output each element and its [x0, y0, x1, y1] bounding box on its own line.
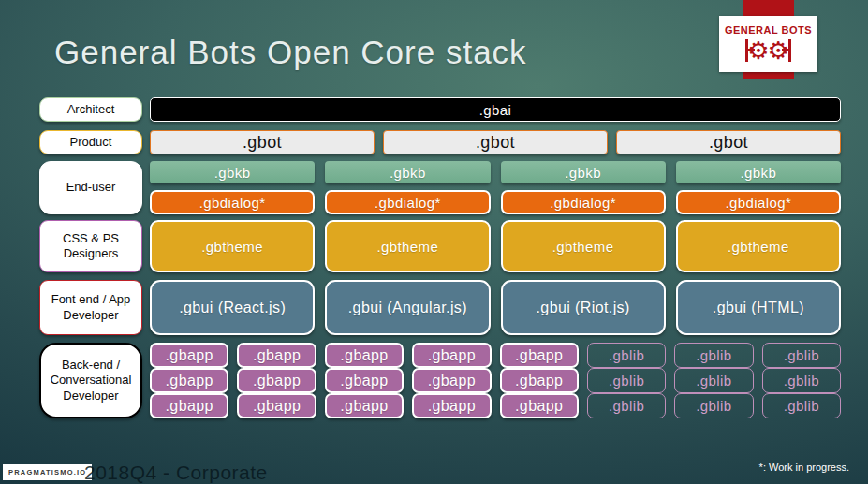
- slide-general-bots-stack: General Bots Open Core stack GENERAL BOT…: [0, 0, 868, 484]
- general-bots-logo: GENERAL BOTS ⚙ ⚙: [719, 16, 817, 72]
- gears-icon: ⚙ ⚙: [745, 37, 791, 65]
- label-product: Product: [39, 130, 142, 154]
- gbui-box: .gbui (Riot.js): [501, 280, 666, 335]
- logo-brand-text: GENERAL BOTS: [725, 24, 812, 36]
- gbkb-box: .gbkb: [676, 161, 841, 183]
- row-frontend: Font end / App Developer .gbui (React.js…: [39, 280, 841, 335]
- gbapp-box: .gbapp: [500, 393, 579, 418]
- gbdialog-box: .gbdialog*: [501, 190, 666, 214]
- gbdialog-box: .gbdialog*: [676, 190, 841, 214]
- gbapp-box: .gbapp: [325, 368, 404, 393]
- gbot-box: .gbot: [150, 130, 375, 154]
- row-architect: Architect .gbai: [39, 97, 841, 122]
- gbapp-box: .gbapp: [237, 393, 316, 418]
- gbot-box: .gbot: [383, 130, 608, 154]
- gbapp-box: .gbapp: [325, 393, 404, 418]
- gbkb-box: .gbkb: [150, 161, 315, 183]
- pragmatismo-badge: PRAGMATISMO.IO: [3, 464, 92, 480]
- gbapp-box: .gbapp: [500, 368, 579, 393]
- row-designers: CSS & PS Designers .gbtheme .gbtheme .gb…: [39, 220, 841, 272]
- label-frontend: Font end / App Developer: [39, 280, 142, 335]
- gbai-box: .gbai: [150, 97, 841, 122]
- gbui-box: .gbui (Angular.js): [325, 280, 490, 335]
- gbtheme-box: .gbtheme: [501, 220, 666, 272]
- label-architect: Architect: [39, 97, 142, 122]
- gblib-box: .gblib: [674, 393, 753, 418]
- gbapp-box: .gbapp: [237, 368, 316, 393]
- footer-version-text: 2018Q4 - Corporate: [84, 462, 268, 484]
- bracket-right-icon: [788, 39, 791, 62]
- gblib-box: .gblib: [762, 393, 841, 418]
- gbtheme-box: .gbtheme: [325, 220, 490, 272]
- gbapp-box: .gbapp: [150, 343, 228, 368]
- gbtheme-box: .gbtheme: [150, 220, 315, 272]
- bracket-left-icon: [745, 39, 748, 62]
- gbapp-box: .gbapp: [412, 393, 491, 418]
- gbui-box: .gbui (HTML): [676, 280, 841, 335]
- gbui-box: .gbui (React.js): [150, 280, 315, 335]
- row-end-user: End-user .gbkb .gbkb .gbkb .gbkb .gbdial…: [39, 161, 841, 214]
- page-title: General Bots Open Core stack: [54, 34, 527, 71]
- gbkb-box: .gbkb: [325, 161, 490, 183]
- gbdialog-box: .gbdialog*: [150, 190, 315, 214]
- gbot-box: .gbot: [616, 130, 841, 154]
- gbapp-box: .gbapp: [325, 343, 404, 368]
- gbapp-box: .gbapp: [500, 343, 579, 368]
- gbdialog-box: .gbdialog*: [325, 190, 490, 214]
- label-end-user: End-user: [39, 161, 142, 214]
- gbapp-box: .gbapp: [150, 368, 228, 393]
- work-in-progress-note: *: Work in progress.: [759, 462, 849, 473]
- stack-diagram: Architect .gbai Product .gbot .gbot .gbo…: [39, 97, 841, 418]
- gblib-box: .gblib: [762, 343, 841, 368]
- gblib-box: .gblib: [587, 393, 666, 418]
- gblib-box: .gblib: [587, 343, 666, 368]
- gblib-box: .gblib: [762, 368, 841, 393]
- gbapp-box: .gbapp: [237, 343, 316, 368]
- label-designers: CSS & PS Designers: [39, 220, 142, 272]
- row-product: Product .gbot .gbot .gbot: [39, 130, 841, 154]
- label-backend: Back-end / Conversational Developer: [39, 343, 142, 418]
- gbkb-box: .gbkb: [501, 161, 666, 183]
- gbtheme-box: .gbtheme: [676, 220, 841, 272]
- row-backend: Back-end / Conversational Developer .gba…: [39, 343, 841, 418]
- gbapp-box: .gbapp: [412, 343, 491, 368]
- gblib-box: .gblib: [587, 368, 666, 393]
- gbapp-box: .gbapp: [412, 368, 491, 393]
- gblib-box: .gblib: [674, 368, 753, 393]
- gbapp-box: .gbapp: [150, 393, 228, 418]
- gblib-box: .gblib: [674, 343, 753, 368]
